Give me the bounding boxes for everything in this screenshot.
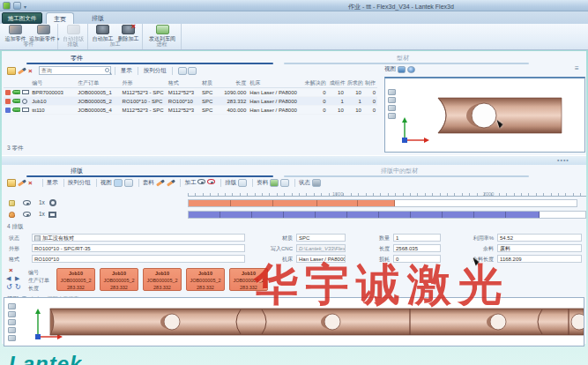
part-card[interactable]: Job10JOB000005_2283.332: [100, 268, 138, 291]
nest-auto-icon[interactable]: [167, 179, 175, 186]
tab-profiles-in-nest[interactable]: 排版中的型材: [381, 167, 418, 175]
parts-toolbar: × 显示 按列分组: [7, 66, 197, 76]
tab-nesting[interactable]: 排版: [85, 12, 111, 24]
search-input[interactable]: [39, 66, 111, 75]
chart-view-icon[interactable]: [188, 67, 197, 75]
nest-manual-icon[interactable]: [156, 179, 165, 186]
table-row[interactable]: Job10JOB000005_2RO100*10 - SPC RO100*10S…: [4, 97, 377, 106]
tab-profiles[interactable]: 型材: [397, 54, 409, 63]
view-3d-icon[interactable]: [124, 179, 133, 187]
machining-tools-label: 加工: [184, 179, 196, 185]
part-card[interactable]: Job10JOB000005_2283.332: [186, 268, 225, 291]
auto-nest-button: 自动排版: [60, 25, 86, 42]
new-icon[interactable]: [7, 67, 16, 75]
visibility-icon[interactable]: [23, 212, 31, 217]
panel-splitter[interactable]: ••••: [2, 155, 586, 165]
report-icon[interactable]: [270, 179, 279, 187]
remnant-field: 废料: [497, 244, 582, 252]
layout-tools-label: 排版: [225, 179, 236, 185]
ribbon-group-nest: 自动排版 排版: [58, 24, 88, 49]
table-row[interactable]: BPR7000003JOB000005_1M112*52*3 - SPC M11…: [4, 88, 377, 97]
axes-triad: [402, 117, 429, 143]
rect-profile-icon: [22, 90, 29, 94]
ribbon-group-label: 进程: [143, 41, 181, 48]
view-label: 视图: [384, 65, 396, 71]
new-icon[interactable]: [7, 179, 16, 187]
nest-row[interactable]: 1x: [2, 198, 586, 209]
tab-underline-inactive: [284, 63, 529, 64]
circle-profile-icon: [22, 99, 27, 104]
quick-access-dropdown-icon[interactable]: ▾: [24, 4, 26, 10]
lantek-logo: Lantek: [9, 352, 82, 365]
add-new-part-icon: [37, 25, 50, 34]
rect-profile-icon: [48, 212, 56, 218]
lantek-flex3d-window: { "window": { "title": "作业 - ttt - Flex3…: [0, 0, 588, 365]
cnc-path-field: D:\Lantek_V33\Flex3D\CNC\0061.CNC: [296, 244, 346, 252]
status-field: 加工没有核对: [32, 234, 245, 242]
status-ok-icon: [12, 90, 20, 94]
auto-machine-button[interactable]: 自动加工: [90, 25, 115, 42]
group-by-column-button[interactable]: 按列分组: [144, 67, 167, 73]
tab-underline-inactive: [284, 175, 529, 177]
rect-profile-icon: [22, 108, 29, 112]
delete-icon[interactable]: ×: [28, 179, 37, 187]
utilization-field: 54.52: [497, 234, 582, 242]
status-icon: [34, 235, 41, 242]
next-icon[interactable]: ▶: [15, 275, 19, 282]
nest-bar-track[interactable]: [188, 211, 586, 219]
visibility-icon[interactable]: [23, 200, 31, 205]
part-card[interactable]: Job10JOB000005_2283.332: [56, 268, 95, 291]
part-3d-preview[interactable]: [384, 77, 585, 153]
simulate-icon[interactable]: [197, 179, 205, 184]
status-ok-icon: [12, 108, 20, 112]
send-to-workshop-button[interactable]: 发送到车间: [145, 25, 180, 42]
undo-icon[interactable]: ↺: [6, 283, 12, 291]
nest-qty: 1x: [39, 211, 45, 217]
table-row[interactable]: ttt110JOB000005_4M112*52*3 - SPC M112*52…: [4, 106, 377, 115]
remove-machining-icon[interactable]: [207, 179, 215, 184]
nest-bar-track[interactable]: [188, 199, 577, 207]
remove-card-icon[interactable]: ×: [9, 267, 13, 274]
solid-view-icon[interactable]: [398, 66, 406, 73]
search-icon: [105, 68, 109, 72]
edit-icon[interactable]: [18, 67, 26, 74]
group-by-column-button[interactable]: 按列分组: [68, 179, 91, 185]
prev-icon[interactable]: ◀: [6, 275, 11, 282]
nest-row[interactable]: 1x: [2, 210, 586, 220]
layout-table-icon[interactable]: [238, 179, 247, 187]
delete-machining-button[interactable]: 删除加工: [115, 25, 141, 42]
app-logo-icon: [3, 2, 11, 10]
parts-panel: 零件 型材 × 显示 按列分组 编号生产订单外形 格式材质长度: [2, 51, 586, 155]
view-label: 视图: [100, 179, 112, 185]
list-view-icon[interactable]: [178, 67, 187, 75]
show-button[interactable]: 显示: [121, 67, 132, 73]
menu-icon[interactable]: ≡: [575, 65, 579, 72]
nest-qty: 1x: [39, 199, 45, 205]
ribbon-group-label: 加工: [88, 41, 142, 48]
show-button[interactable]: 显示: [47, 179, 58, 185]
length-field: 2568.035: [393, 244, 441, 252]
material-field: SPC: [296, 234, 346, 242]
stats-icon[interactable]: [280, 179, 289, 187]
add-part-button[interactable]: 追加零件: [2, 25, 29, 42]
format-field: RO100*10: [32, 255, 245, 263]
ruler-label: 2000: [483, 191, 494, 197]
add-new-part-button[interactable]: 追加新零件 ▾: [29, 25, 58, 42]
render-view-icon[interactable]: [407, 66, 415, 73]
tab-parts[interactable]: 零件: [71, 54, 83, 63]
report-label: 资料: [257, 179, 268, 185]
delete-icon[interactable]: ×: [28, 67, 37, 75]
view-2d-icon[interactable]: [114, 179, 123, 187]
redo-icon[interactable]: ↻: [15, 283, 21, 291]
add-part-icon: [9, 25, 22, 34]
send-status-icon[interactable]: [312, 179, 321, 187]
ruler-label: 1000: [332, 191, 343, 197]
save-icon[interactable]: [13, 2, 21, 10]
edit-icon[interactable]: [18, 179, 26, 186]
part-card[interactable]: Job10JOB000005_2283.332: [143, 268, 182, 291]
window-title: 作业 - ttt - Flex3d_V34 - Lantek Flex3d: [348, 3, 454, 11]
application-menu-button[interactable]: 施工图文件: [2, 12, 42, 24]
tab-underline-active: [26, 63, 273, 64]
tab-home[interactable]: 主页: [46, 12, 74, 24]
tab-nests[interactable]: 排版: [71, 167, 83, 175]
